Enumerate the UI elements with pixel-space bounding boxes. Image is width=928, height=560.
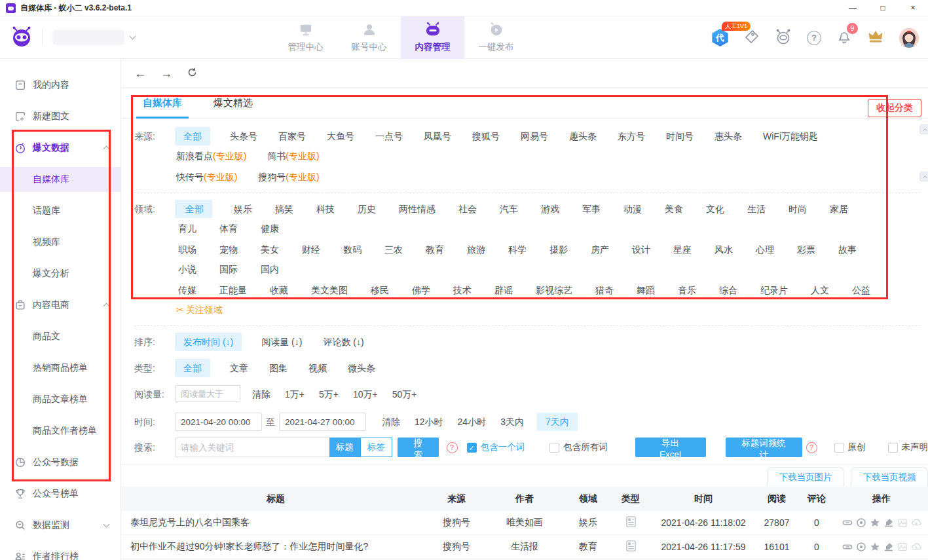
filter-chip[interactable]: 星座: [670, 240, 693, 259]
filter-chip[interactable]: 收藏: [267, 281, 289, 299]
filter-chip[interactable]: 人文: [807, 281, 830, 299]
refresh-icon[interactable]: [187, 67, 198, 80]
filter-chip[interactable]: 财经: [299, 240, 322, 259]
crown-vip-icon[interactable]: [867, 29, 884, 47]
filter-chip[interactable]: 网易号: [519, 127, 549, 145]
filter-chip[interactable]: 一点号: [374, 127, 404, 145]
sidebar-item-new-article[interactable]: 新建图文: [0, 101, 121, 132]
filter-chip[interactable]: 时间号: [665, 127, 695, 145]
checkbox-original[interactable]: 原创: [834, 441, 866, 453]
filter-chip[interactable]: 国内: [257, 260, 280, 278]
filter-chip[interactable]: 美文美图: [308, 281, 349, 299]
filter-chip[interactable]: 育儿: [175, 219, 198, 238]
filter-chip[interactable]: 历史: [354, 200, 377, 218]
read-quick-chip[interactable]: 清除: [251, 385, 272, 403]
filter-chip[interactable]: 心理: [752, 240, 775, 259]
filter-chip[interactable]: 惠头条: [713, 127, 743, 145]
origin-icon[interactable]: [856, 542, 866, 552]
filter-chip[interactable]: 新浪看点(专业版): [175, 147, 248, 165]
nav-item-management-center[interactable]: 管理中心: [274, 16, 337, 59]
sidebar-item-official-account-ranking[interactable]: 公众号榜单: [0, 478, 121, 510]
filter-chip[interactable]: 设计: [629, 240, 652, 259]
filter-chip[interactable]: 影视综艺: [532, 281, 574, 299]
filter-chip[interactable]: 大鱼号: [325, 127, 356, 145]
type-chip[interactable]: 微头条: [346, 359, 377, 377]
sidebar-item-hot-article-analysis[interactable]: 爆文分析: [0, 258, 121, 289]
filter-chip[interactable]: 猎奇: [592, 281, 615, 299]
ant-helper-icon[interactable]: [775, 28, 792, 48]
sidebar-item-media-library[interactable]: 自媒体库: [0, 167, 121, 192]
origin-icon[interactable]: [856, 517, 866, 528]
collapse-categories-button[interactable]: 收起分类: [868, 99, 921, 117]
copy-link-icon[interactable]: [842, 542, 853, 552]
read-quick-chip[interactable]: 1万+: [284, 385, 306, 403]
filter-chip[interactable]: 搞笑: [272, 200, 295, 218]
nav-item-one-click-publish[interactable]: 一键发布: [464, 16, 528, 59]
sidebar-item-video-library[interactable]: 视频库: [0, 227, 121, 258]
filter-chip[interactable]: 摄影: [546, 240, 569, 259]
read-quick-chip[interactable]: 50万+: [391, 385, 418, 403]
sort-chip[interactable]: 评论数 (↓): [322, 333, 365, 351]
filter-chip[interactable]: 趣头条: [568, 127, 598, 145]
filter-chip[interactable]: 综合: [716, 281, 739, 299]
type-chip[interactable]: 视频: [307, 359, 328, 377]
help-icon[interactable]: ?: [806, 442, 817, 453]
filter-chip[interactable]: 头条号: [229, 127, 259, 145]
filter-chip[interactable]: 传媒: [175, 281, 198, 299]
sort-chip[interactable]: 发布时间 (↓): [175, 333, 242, 351]
help-icon[interactable]: ?: [447, 442, 458, 453]
chevron-up-icon[interactable]: [103, 303, 110, 310]
collect-icon[interactable]: [883, 517, 894, 528]
sidebar-item-product-article[interactable]: 商品文: [0, 321, 121, 352]
sidebar-item-my-content[interactable]: 我的内容: [0, 69, 121, 101]
coupon-icon[interactable]: [744, 29, 760, 47]
filter-chip[interactable]: 娱乐: [231, 200, 253, 218]
segment-tag-button[interactable]: 标签: [360, 438, 392, 457]
checkbox-undeclared[interactable]: 未声明: [888, 441, 928, 453]
filter-chip[interactable]: 彩票: [794, 240, 817, 259]
nav-item-account-center[interactable]: 账号中心: [337, 16, 401, 59]
agent-service-icon[interactable]: 代 人工1V1: [711, 29, 729, 47]
time-quick-chip[interactable]: 3天内: [499, 413, 525, 431]
read-quick-chip[interactable]: 10万+: [352, 385, 379, 403]
segment-title-button[interactable]: 标题: [329, 438, 360, 457]
filter-chip[interactable]: 两性情感: [396, 200, 437, 218]
time-quick-chip[interactable]: 清除: [380, 413, 401, 431]
filter-chip[interactable]: 房产: [587, 240, 610, 259]
filter-chip[interactable]: 故事: [835, 240, 858, 259]
filter-chip[interactable]: 快传号(专业版): [175, 168, 238, 186]
filter-chip[interactable]: 数码: [340, 240, 363, 259]
sidebar-item-author-ranking[interactable]: 作者排行榜: [0, 541, 121, 560]
type-chip[interactable]: 全部: [175, 359, 210, 377]
back-icon[interactable]: ←: [134, 67, 146, 79]
filter-chip[interactable]: 百家号: [277, 127, 307, 145]
filter-chip[interactable]: 教育: [422, 240, 445, 259]
filter-chip[interactable]: 佛学: [409, 281, 432, 299]
filter-chip[interactable]: 辟谣: [491, 281, 514, 299]
sidebar-item-hot-product-ranking[interactable]: 热销商品榜单: [0, 352, 121, 384]
filter-chip[interactable]: 舞蹈: [633, 281, 656, 299]
avatar[interactable]: [899, 28, 919, 48]
filter-chip[interactable]: 纪录片: [757, 281, 789, 299]
chevron-down-icon[interactable]: [103, 521, 110, 528]
sidebar-item-topic-library[interactable]: 话题库: [0, 195, 121, 227]
sidebar-item-product-article-ranking[interactable]: 商品文章榜单: [0, 384, 121, 415]
download-page-images-button[interactable]: 下载当页图片: [767, 467, 844, 487]
notifications-button[interactable]: 9: [836, 29, 852, 47]
filter-chip[interactable]: 技术: [450, 281, 473, 299]
tab-hot-article-selection[interactable]: 爆文精选: [213, 88, 253, 119]
favorite-icon[interactable]: [870, 542, 880, 552]
filter-chip[interactable]: 美食: [661, 200, 684, 218]
favorite-icon[interactable]: [870, 517, 880, 528]
filter-chip[interactable]: 军事: [579, 200, 602, 218]
filter-chip[interactable]: 全部: [175, 200, 212, 218]
sidebar-item-hot-article-data[interactable]: 爆文数据: [0, 132, 121, 164]
download-image-icon[interactable]: [897, 542, 908, 552]
sidebar-item-official-account-data[interactable]: 公众号数据: [0, 447, 121, 478]
filter-chip[interactable]: 全部: [175, 127, 210, 145]
filter-chip[interactable]: 搜狗号(专业版): [257, 168, 320, 186]
date-from-input[interactable]: [175, 413, 262, 431]
filter-chip[interactable]: 小说: [175, 260, 198, 278]
cell-title[interactable]: 泰坦尼克号上的八名中国乘客: [121, 517, 430, 529]
read-count-input[interactable]: [175, 385, 240, 402]
